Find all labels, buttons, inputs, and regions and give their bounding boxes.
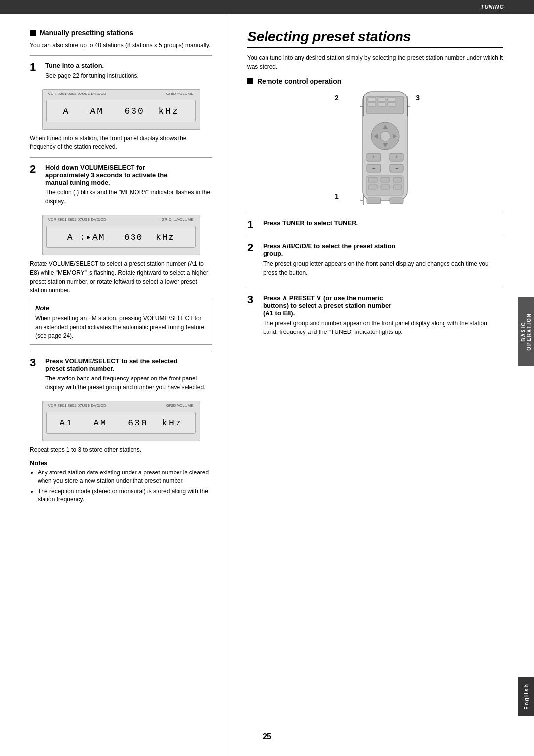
right-step-3-body: The preset group and number appear on th… (263, 319, 503, 336)
right-step-3-title: Press ∧ PRESET ∨ (or use the numeric but… (263, 294, 503, 317)
page-main-title: Selecting preset stations (247, 29, 503, 48)
svg-rect-7 (388, 103, 396, 106)
notes-box: Notes Any stored station data existing u… (30, 459, 212, 504)
svg-rect-29 (367, 198, 381, 204)
right-step-1: 1 Press TUNER to select TUNER. (247, 219, 503, 230)
right-step-1-number: 1 (247, 219, 258, 230)
display-1-main: A AM 630 kHz (46, 100, 196, 122)
svg-rect-3 (378, 98, 386, 101)
right-step-1-title: Press TUNER to select TUNER. (263, 219, 503, 227)
svg-rect-24 (381, 177, 390, 182)
svg-rect-23 (368, 177, 377, 182)
right-column: Selecting preset stations You can tune i… (227, 14, 518, 756)
step-1-number: 1 (30, 62, 41, 73)
svg-rect-5 (368, 103, 376, 106)
step-1-tune: 1 Tune into a station. See page 22 for t… (30, 62, 212, 85)
remote-control-image: 2 3 1 (326, 89, 425, 208)
svg-rect-4 (388, 98, 396, 101)
display-3-topbar: VCR 8801 8802 07USB DVD/CD GRID VOLUME (46, 403, 196, 408)
note-title: Note (35, 304, 207, 312)
top-bar: TUNING (0, 0, 534, 14)
right-col-intro: You can tune into any desired station si… (247, 53, 503, 71)
left-column: Manually presetting stations You can als… (0, 14, 227, 756)
svg-rect-28 (393, 185, 402, 189)
notes-list: Any stored station data existing under a… (30, 469, 212, 504)
display-panel-3: VCR 8801 8802 07USB DVD/CD GRID VOLUME A… (42, 401, 200, 441)
svg-rect-2 (368, 98, 376, 101)
english-tab-text: English (523, 683, 529, 710)
step-3-body: The station band and frequency appear on… (45, 374, 212, 392)
svg-text:–: – (395, 165, 398, 171)
notes-item-2: The reception mode (stereo or monaural) … (38, 487, 212, 504)
english-tab: English (518, 677, 534, 716)
step-3-title: Press VOLUME/SELECT to set the selected … (45, 357, 212, 372)
right-step-3: 3 Press ∧ PRESET ∨ (or use the numeric b… (247, 294, 503, 341)
remote-svg: + + – – (336, 89, 435, 208)
svg-rect-30 (390, 198, 403, 204)
remote-label-3: 3 (416, 94, 420, 102)
display-panel-1: VCR 8801 8802 07USB DVD/CD GRID VOLUME A… (42, 89, 200, 130)
step-3-press: 3 Press VOLUME/SELECT to set the selecte… (30, 357, 212, 397)
svg-point-9 (380, 131, 390, 141)
notes-title: Notes (30, 459, 212, 467)
side-tab-basic-operation: BASIC OPERATION (518, 297, 534, 366)
right-step-2-number: 2 (247, 242, 258, 253)
display-1-topbar: VCR 8801 8802 07USB DVD/CD GRID VOLUME (46, 92, 196, 96)
right-step-3-number: 3 (247, 294, 258, 305)
display-2-main: A :▸AM 630 kHz (46, 226, 196, 248)
side-tab-text: BASIC OPERATION (521, 313, 532, 351)
after-display-1-text: When tuned into a station, the front pan… (30, 134, 212, 151)
right-step-2: 2 Press A/B/C/D/E to select the preset s… (247, 242, 503, 282)
svg-rect-6 (378, 103, 386, 106)
step-1-body: See page 22 for tuning instructions. (45, 71, 212, 80)
manually-presetting-intro: You can also store up to 40 stations (8 … (30, 41, 212, 49)
step-2-title: Hold down VOLUME/SELECT for approximatel… (45, 164, 212, 186)
after-display-2-text: Rotate VOLUME/SELECT to select a preset … (30, 259, 212, 295)
step-1-title: Tune into a station. (45, 62, 212, 69)
display-2-topbar: VCR 8801 8802 07USB DVD/CD GRID ....VOLU… (46, 217, 196, 222)
top-bar-label: TUNING (481, 4, 504, 10)
page-title-section: Selecting preset stations You can tune i… (247, 29, 503, 71)
manually-presetting-heading: Manually presetting stations (30, 29, 212, 37)
notes-item-1: Any stored station data existing under a… (38, 469, 212, 485)
manually-presetting-title: Manually presetting stations (40, 29, 133, 37)
remote-label-1: 1 (335, 192, 339, 200)
note-box: Note When presetting an FM station, pres… (30, 300, 212, 345)
page-number: 25 (263, 732, 271, 741)
step-2-hold: 2 Hold down VOLUME/SELECT for approximat… (30, 164, 212, 211)
svg-rect-26 (368, 185, 377, 189)
display-panel-2: VCR 8801 8802 07USB DVD/CD GRID ....VOLU… (42, 215, 200, 255)
after-display-3-text: Repeat steps 1 to 3 to store other stati… (30, 445, 212, 454)
svg-text:+: + (372, 154, 375, 160)
step-2-number: 2 (30, 164, 41, 175)
bullet-square (30, 30, 36, 36)
remote-bullet-square (247, 78, 253, 84)
remote-control-heading: Remote control operation (247, 77, 503, 85)
svg-text:–: – (372, 165, 375, 171)
right-step-2-body: The preset group letter appears on the f… (263, 259, 503, 277)
step-3-number: 3 (30, 357, 41, 368)
step-2-body: The colon (:) blinks and the "MEMORY" in… (45, 188, 212, 206)
svg-text:+: + (395, 154, 398, 160)
svg-rect-27 (381, 185, 390, 189)
display-3-main: A1 AM 630 kHz (46, 412, 196, 434)
remote-control-title: Remote control operation (257, 77, 341, 85)
note-body: When presetting an FM station, pressing … (35, 314, 207, 340)
right-step-2-title: Press A/B/C/D/E to select the preset sta… (263, 242, 503, 257)
svg-rect-25 (393, 177, 402, 182)
remote-label-2: 2 (335, 94, 339, 102)
